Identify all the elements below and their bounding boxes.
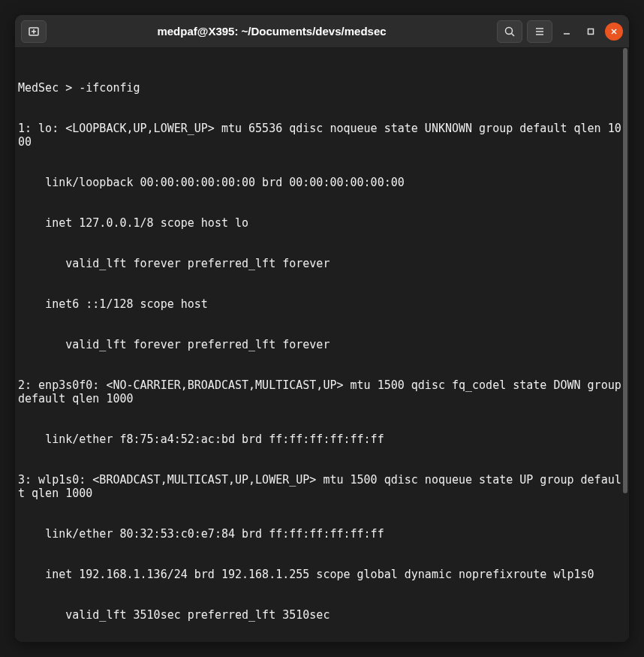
terminal-line: inet6 ::1/128 scope host: [18, 297, 626, 311]
svg-line-4: [512, 33, 515, 36]
terminal-line: inet 127.0.0.1/8 scope host lo: [18, 216, 626, 230]
menu-button[interactable]: [527, 20, 552, 43]
maximize-button[interactable]: [581, 22, 600, 41]
terminal-body[interactable]: MedSec > -ifconfig 1: lo: <LOOPBACK,UP,L…: [15, 48, 629, 642]
scrollbar[interactable]: [621, 48, 629, 642]
titlebar-right-controls: [497, 20, 623, 43]
terminal-line: link/ether f8:75:a4:52:ac:bd brd ff:ff:f…: [18, 432, 626, 446]
terminal-line: MedSec > -ifconfig: [18, 81, 626, 95]
terminal-line: inet 192.168.1.136/24 brd 192.168.1.255 …: [18, 568, 626, 581]
search-button[interactable]: [497, 20, 522, 43]
hamburger-icon: [534, 26, 546, 38]
minimize-icon: [562, 27, 571, 36]
search-icon: [504, 26, 516, 38]
terminal-line: 2: enp3s0f0: <NO-CARRIER,BROADCAST,MULTI…: [18, 378, 626, 405]
close-button[interactable]: [605, 23, 623, 41]
titlebar: medpaf@X395: ~/Documents/devs/medsec: [15, 15, 629, 48]
new-tab-icon: [28, 26, 40, 38]
terminal-line: valid_lft forever preferred_lft forever: [18, 257, 626, 270]
scrollbar-thumb[interactable]: [623, 48, 627, 493]
terminal-line: 1: lo: <LOOPBACK,UP,LOWER_UP> mtu 65536 …: [18, 122, 626, 149]
terminal-window: medpaf@X395: ~/Documents/devs/medsec Med…: [15, 15, 629, 642]
terminal-line: valid_lft 3510sec preferred_lft 3510sec: [18, 608, 626, 622]
window-title: medpaf@X395: ~/Documents/devs/medsec: [47, 25, 497, 38]
terminal-line: 3: wlp1s0: <BROADCAST,MULTICAST,UP,LOWER…: [18, 473, 626, 500]
terminal-line: link/loopback 00:00:00:00:00:00 brd 00:0…: [18, 176, 626, 189]
new-tab-button[interactable]: [21, 20, 47, 43]
terminal-line: valid_lft forever preferred_lft forever: [18, 338, 626, 351]
close-icon: [609, 27, 618, 36]
minimize-button[interactable]: [557, 22, 576, 41]
titlebar-left-controls: [21, 20, 47, 43]
terminal-line: link/ether 80:32:53:c0:e7:84 brd ff:ff:f…: [18, 527, 626, 541]
maximize-icon: [586, 27, 595, 36]
terminal-content: MedSec > -ifconfig 1: lo: <LOOPBACK,UP,L…: [18, 54, 626, 642]
svg-rect-9: [588, 29, 594, 34]
svg-point-3: [506, 27, 513, 34]
